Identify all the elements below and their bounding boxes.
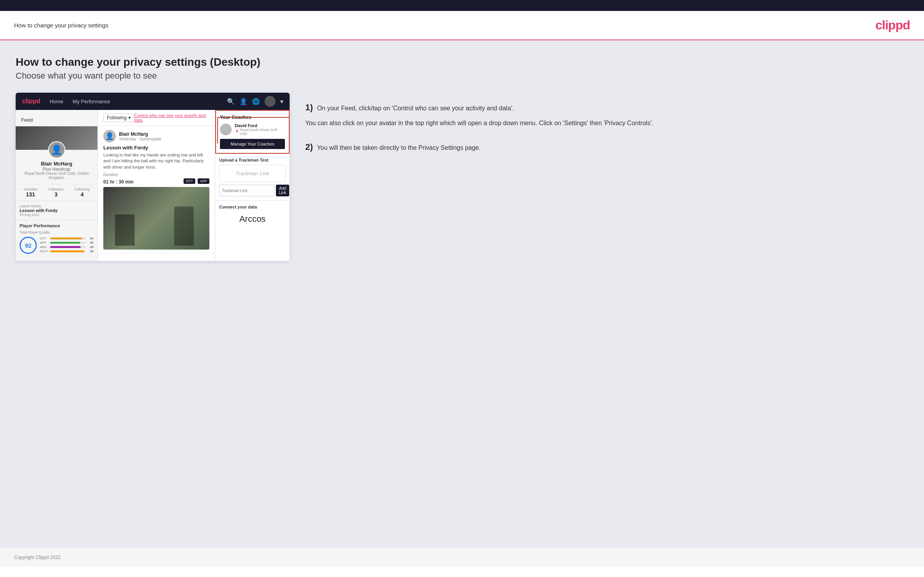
post-author-name: Blair McHarg [119,131,161,137]
coach-club: 📍 Royal North Devon Golf Club [235,128,285,136]
instruction-1: 1) On your Feed, click/tap on 'Control w… [305,101,908,128]
user-avatar[interactable] [265,96,276,107]
connect-box: Connect your data Arccos [215,201,290,230]
page-footer: Copyright Clippd 2022 [0,547,924,567]
page-subheading: Choose what you want people to see [16,71,908,81]
app-logo: clippd [22,98,40,105]
instr-1-p2: You can also click on your avatar in the… [305,118,908,128]
footer-copyright: Copyright Clippd 2022 [14,555,61,560]
bar-ott: OTT 90 [40,237,94,240]
profile-stats: Activities 131 Followers 3 Following 4 [16,184,97,201]
coaches-title: Your Coaches [220,115,285,120]
bar-ott-val: 90 [87,237,94,240]
profile-avatar: 👤 [48,141,65,158]
latest-activity: Latest Activity Lesson with Fordy 03 Aug… [16,201,97,220]
location-icon: 📍 [235,130,239,134]
instr-1-text-2: You can also click on your avatar in the… [305,120,653,126]
chevron-down-icon[interactable]: ▾ [280,98,283,105]
post-description: Looking to feel like my hands are exitin… [103,152,209,170]
tag-ott: OTT [184,178,195,184]
bar-ott-track [50,237,86,239]
post-duration-label: Duration [103,173,209,177]
instr-2-number: 2) [305,142,315,152]
perf-title: Player Performance [20,223,94,228]
feed-tab[interactable]: Feed [16,114,97,126]
chevron-icon: ▾ [128,115,131,120]
instruction-2: 2) You will then be taken directly to th… [305,140,908,154]
instr-2-text-1: You will then be taken directly to the P… [317,144,481,151]
post-author-avatar: 👤 [103,130,116,142]
control-privacy-link[interactable]: Control who can see your activity and da… [134,113,209,122]
globe-icon[interactable]: 🌐 [252,98,260,105]
bar-ott-fill [50,237,82,239]
tpq-circle: 92 [20,237,37,254]
post-duration-value: 01 hr : 30 min [103,179,133,185]
tag-app: APP [198,178,209,184]
bar-putt: PUTT 96 [40,250,94,253]
post-author-info: Blair McHarg Yesterday · Sunningdale [119,131,161,141]
post-footer: 01 hr : 30 min OTT APP [103,178,209,187]
bar-ott-label: OTT [40,237,49,240]
clippd-logo: clippd [875,18,910,32]
add-link-button[interactable]: Add Link [276,185,289,196]
instr-1-p1: 1) On your Feed, click/tap on 'Control w… [305,101,908,114]
latest-activity-date: 03 Aug 2022 [20,213,94,217]
instr-1-block: 1) On your Feed, click/tap on 'Control w… [305,101,908,128]
stat-followers: Followers 3 [49,187,64,198]
tpq-bars: OTT 90 APP [40,237,94,254]
stat-followers-label: Followers [49,187,64,191]
trackman-input-row: Add Link [219,185,286,196]
bar-arg-val: 86 [87,245,94,249]
profile-level: Plus Handicap [20,167,94,171]
stat-following: Following 4 [75,187,90,198]
coach-info: David Ford 📍 Royal North Devon Golf Club [235,123,285,136]
stat-activities-value: 131 [23,191,38,198]
post-title: Lesson with Fordy [103,145,209,151]
profile-name: Blair McHarg [20,161,94,167]
coach-avatar [220,124,232,135]
post-author-row: 👤 Blair McHarg Yesterday · Sunningdale [103,130,209,142]
bar-arg: ARG 86 [40,245,94,249]
bar-arg-fill [50,246,81,248]
tpq-row: 92 OTT 90 APP [20,237,94,254]
profile-banner: 👤 [16,126,97,150]
app-body: Feed 👤 Blair McHarg Plus Handicap Royal … [16,110,290,261]
instr-1-number: 1) [305,102,315,112]
search-icon[interactable]: 🔍 [227,98,235,105]
stat-activities-label: Activities [23,187,38,191]
tpq-label: Total Player Quality [20,230,94,234]
trackman-box: Upload a Trackman Test Trackman Link Add… [215,154,290,201]
trackman-title: Upload a Trackman Test [219,158,286,162]
stat-following-label: Following [75,187,90,191]
manage-coaches-button[interactable]: Manage Your Coaches [220,139,285,149]
feed-post: 👤 Blair McHarg Yesterday · Sunningdale L… [98,126,215,254]
bar-app-val: 85 [87,241,94,244]
following-button[interactable]: Following ▾ [103,113,134,122]
bar-putt-val: 96 [87,250,94,253]
bar-putt-track [50,250,86,252]
coach-club-name: Royal North Devon Golf Club [240,128,285,136]
trackman-placeholder: Trackman Link [219,165,286,182]
user-icon[interactable]: 👤 [240,98,247,105]
player-performance: Player Performance Total Player Quality … [16,220,97,257]
header-title: How to change your privacy settings [14,22,108,29]
trackman-input[interactable] [219,185,274,196]
instr-1-text-1: On your Feed, click/tap on 'Control who … [317,105,514,111]
connect-title: Connect your data [219,205,286,209]
nav-item-performance[interactable]: My Performance [73,99,110,104]
instr-2-p1: 2) You will then be taken directly to th… [305,140,908,154]
bar-putt-label: PUTT [40,250,49,253]
nav-item-home[interactable]: Home [50,99,63,104]
arccos-label: Arccos [219,212,286,226]
page-heading: How to change your privacy settings (Des… [16,56,908,68]
stat-activities: Activities 131 [23,187,38,198]
post-author-meta: Yesterday · Sunningdale [119,137,161,141]
page-header: How to change your privacy settings clip… [0,11,924,40]
app-sidebar: Feed 👤 Blair McHarg Plus Handicap Royal … [16,110,98,261]
post-tags: OTT APP [184,178,209,184]
coaches-box: Your Coaches David Ford 📍 Royal North De… [215,110,290,154]
nav-icons: 🔍 👤 🌐 ▾ [227,96,283,107]
bar-app: APP 85 [40,241,94,244]
instructions-col: 1) On your Feed, click/tap on 'Control w… [301,93,908,165]
bar-app-fill [50,242,80,244]
